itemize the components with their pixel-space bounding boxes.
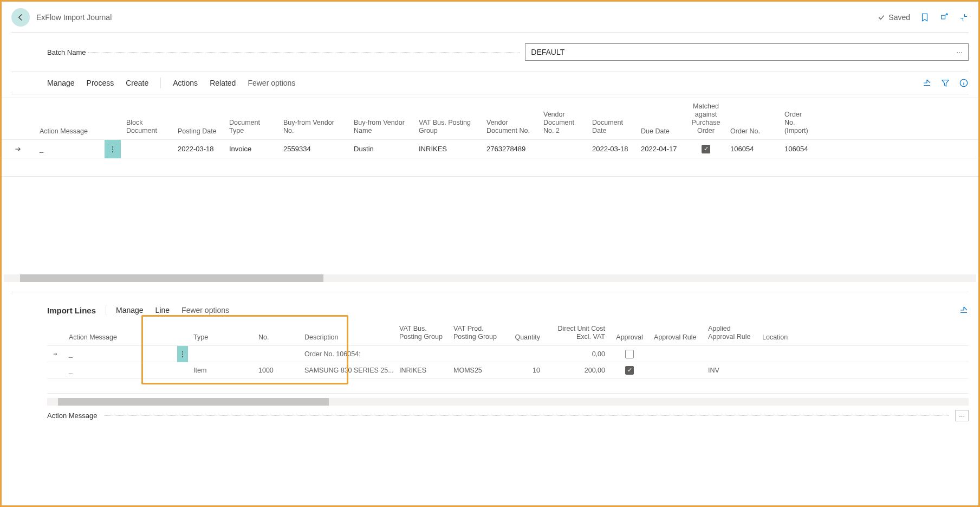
g2-cell-unitcost[interactable]: 0,00 — [546, 346, 611, 362]
row-menu-button[interactable] — [177, 346, 188, 362]
g2-cell-no[interactable] — [253, 350, 299, 358]
g2-cell-vatprod[interactable] — [448, 350, 502, 358]
cell-vendor-doc-no2[interactable] — [538, 145, 587, 153]
collapse-icon[interactable] — [959, 12, 969, 22]
g2-cell-location[interactable] — [757, 350, 795, 358]
col-doc-type[interactable]: Document Type — [224, 98, 278, 139]
col-matched[interactable]: Matched against Purchase Order — [687, 98, 725, 139]
cell-vendor-doc-no[interactable]: 2763278489 — [481, 140, 538, 157]
col-due-date[interactable]: Due Date — [635, 98, 687, 139]
g2-cell-approval[interactable] — [611, 362, 648, 379]
cell-block-doc[interactable] — [121, 145, 172, 153]
g2-cell-apprule[interactable] — [648, 350, 703, 358]
g2-cell-description[interactable]: Order No. 106054: — [299, 346, 394, 362]
g2-cell-type[interactable]: Item — [188, 362, 253, 378]
g2-col-unit-cost[interactable]: Direct Unit Cost Excl. VAT — [546, 320, 611, 345]
g2-col-vat-prod[interactable]: VAT Prod. Posting Group — [448, 320, 502, 345]
cell-buy-vendor-name[interactable]: Dustin — [348, 140, 413, 157]
col-vat-bus-group[interactable]: VAT Bus. Posting Group — [413, 98, 481, 139]
g2-col-approval[interactable]: Approval — [611, 320, 648, 345]
g2-cell-no[interactable]: 1000 — [253, 362, 299, 378]
table-row[interactable]: _ Order No. 106054: 0,00 — [47, 346, 969, 362]
g2-col-description[interactable]: Description — [299, 320, 394, 345]
filter-icon[interactable] — [940, 78, 950, 88]
g2-cell-action[interactable]: _ — [63, 362, 177, 378]
row-menu-button[interactable] — [105, 140, 121, 158]
g2-cell-appliedrule[interactable] — [703, 350, 757, 358]
g2-col-approval-rule[interactable]: Approval Rule — [648, 320, 703, 345]
cell-vat-bus[interactable]: INRIKES — [413, 140, 481, 157]
g2-cell-appliedrule[interactable]: INV — [703, 362, 757, 378]
table-row[interactable]: _ 2022-03-18 Invoice 2559334 Dustin INRI… — [2, 140, 978, 158]
col-order-no[interactable]: Order No. — [725, 98, 779, 139]
col-vendor-doc-no2[interactable]: Vendor Document No. 2 — [538, 98, 587, 139]
g2-col-type[interactable]: Type — [188, 320, 253, 345]
col-order-no-import[interactable]: Order No. (Import) — [779, 98, 817, 139]
col-menu-header — [105, 98, 121, 139]
row-indicator-icon[interactable] — [47, 346, 63, 362]
g2-cell-vatbus[interactable] — [394, 350, 448, 358]
tab-create[interactable]: Create — [126, 79, 148, 87]
g2-cell-apprule[interactable] — [648, 366, 703, 375]
horizontal-scrollbar[interactable] — [4, 274, 976, 282]
g2-cell-approval[interactable] — [611, 345, 648, 363]
g2-cell-qty[interactable]: 10 — [502, 362, 546, 378]
tab-fewer-options[interactable]: Fewer options — [248, 79, 295, 87]
g2-cell-action[interactable]: _ — [63, 346, 177, 362]
g2-col-applied-rule[interactable]: Applied Approval Rule — [703, 320, 757, 345]
g2-cell-vatbus[interactable]: INRIKES — [394, 362, 448, 378]
col-doc-date[interactable]: Document Date — [587, 98, 635, 139]
g2-col-no[interactable]: No. — [253, 320, 299, 345]
cell-due-date[interactable]: 2022-04-17 — [635, 140, 687, 157]
g2-cell-location[interactable] — [757, 366, 795, 375]
g2-col-menu-header — [177, 320, 188, 345]
share-icon[interactable] — [922, 78, 932, 88]
tab-related[interactable]: Related — [210, 79, 236, 87]
cell-matched[interactable] — [687, 140, 725, 158]
col-buy-vendor-name[interactable]: Buy-from Vendor Name — [348, 98, 413, 139]
tab-actions[interactable]: Actions — [173, 79, 198, 87]
empty-row — [2, 158, 978, 177]
cell-doc-date[interactable]: 2022-03-18 — [587, 140, 635, 157]
table-row[interactable]: _ Item 1000 SAMSUNG 830 SERIES 25... INR… — [47, 362, 969, 378]
more-button[interactable]: ··· — [955, 410, 969, 421]
tab-manage[interactable]: Manage — [47, 79, 75, 87]
cell-buy-vendor-no[interactable]: 2559334 — [278, 140, 348, 157]
g2-cell-unitcost[interactable]: 200,00 — [546, 362, 611, 378]
col-buy-vendor-no[interactable]: Buy-from Vendor No. — [278, 98, 348, 139]
batch-name-value: DEFAULT — [531, 48, 564, 56]
cell-order-no[interactable]: 106054 — [725, 140, 779, 157]
g2-col-action-message[interactable]: Action Message — [63, 320, 177, 345]
cell-order-no-import[interactable]: 106054 — [779, 140, 817, 157]
cell-action-message[interactable]: _ — [34, 140, 105, 157]
row-indicator-icon[interactable] — [2, 141, 34, 157]
g2-cell-qty[interactable] — [502, 350, 546, 358]
col-block-doc[interactable]: Block Document — [121, 98, 172, 139]
col-action-message[interactable]: Action Message — [34, 98, 105, 139]
batch-name-input[interactable]: DEFAULT ··· — [525, 43, 969, 61]
tab-lines-line[interactable]: Line — [155, 306, 170, 315]
back-button[interactable] — [11, 8, 30, 27]
col-vendor-doc-no[interactable]: Vendor Document No. — [481, 98, 538, 139]
g2-col-vat-bus[interactable]: VAT Bus. Posting Group — [394, 320, 448, 345]
tab-lines-fewer[interactable]: Fewer options — [181, 306, 229, 315]
tab-process[interactable]: Process — [87, 79, 114, 87]
g2-col-quantity[interactable]: Quantity — [502, 320, 546, 345]
g2-cell-type[interactable] — [188, 350, 253, 358]
row-menu-placeholder — [177, 366, 188, 375]
horizontal-scrollbar[interactable] — [47, 398, 969, 406]
cell-doc-type[interactable]: Invoice — [224, 140, 278, 157]
g2-cell-vatprod[interactable]: MOMS25 — [448, 362, 502, 378]
main-grid: Action Message Block Document Posting Da… — [2, 98, 978, 177]
popout-icon[interactable] — [939, 12, 949, 22]
tab-lines-manage[interactable]: Manage — [116, 306, 144, 315]
cell-posting-date[interactable]: 2022-03-18 — [172, 140, 224, 157]
g2-cell-description[interactable]: SAMSUNG 830 SERIES 25... — [299, 362, 394, 378]
bookmark-icon[interactable] — [920, 12, 930, 22]
batch-name-lookup-icon[interactable]: ··· — [956, 48, 963, 56]
grid-row-selector-header — [2, 98, 34, 139]
share-icon[interactable] — [959, 305, 969, 315]
g2-col-location[interactable]: Location — [757, 320, 795, 345]
info-icon[interactable] — [959, 78, 969, 88]
col-posting-date[interactable]: Posting Date — [172, 98, 224, 139]
